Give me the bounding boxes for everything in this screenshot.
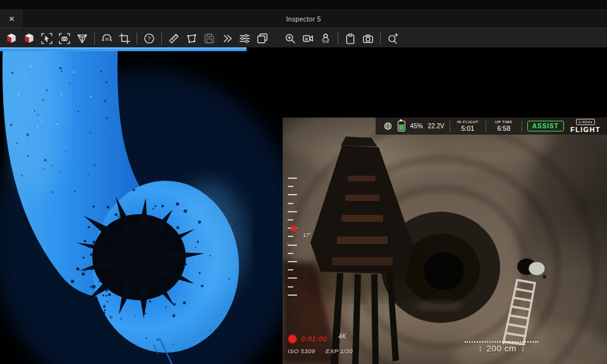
tool-polygon-button[interactable] [184, 31, 199, 46]
hud-divider [522, 121, 522, 132]
tool-record-video-button[interactable]: R [300, 31, 316, 46]
prism-icon [77, 33, 88, 44]
pitch-red-notch [286, 242, 290, 244]
battery-voltage: 22.2V [428, 123, 445, 130]
uptime-label: UP TIME [495, 120, 513, 124]
camera-video-feed[interactable]: 45% 22.2V IN FLIGHT 5:01 UP TIME 6:58 AS… [283, 118, 607, 364]
tool-prism-view-button[interactable] [75, 31, 90, 46]
in-flight-label: IN FLIGHT [457, 120, 479, 124]
capture-camera-icon [59, 33, 70, 44]
tool-select-area-button[interactable] [39, 31, 54, 46]
in-flight-timer: IN FLIGHT 5:01 [455, 120, 481, 132]
toolbar-separator [380, 33, 381, 44]
rgb-sensor-icon: RGB [320, 33, 331, 44]
tool-save-button[interactable] [202, 31, 217, 46]
assist-mode-badge: ASSIST [527, 121, 564, 131]
updown-arrow-icon: ↕ [521, 344, 525, 353]
svg-text:R: R [305, 36, 309, 40]
record-indicator-icon [288, 335, 297, 343]
tool-cube-view-1-button[interactable] [4, 31, 19, 46]
tool-add-waypoint-button[interactable] [385, 31, 400, 46]
record-video-icon: R [302, 33, 314, 44]
tool-help-button[interactable]: ? [142, 31, 157, 46]
select-cursor-icon [41, 33, 52, 44]
camera-icon [362, 33, 374, 44]
tool-take-photo-button[interactable] [360, 31, 376, 46]
tool-cube-view-2-button[interactable] [21, 31, 37, 46]
polygon-icon [186, 33, 197, 44]
chevrons-right-icon [221, 33, 233, 44]
pipe-interior-image [283, 118, 607, 364]
toolbar-separator [338, 33, 338, 44]
tool-adjust-button[interactable] [237, 31, 252, 46]
distance-scale-row: ↕ 200 cm ↕ [465, 344, 538, 353]
tool-crop-button[interactable] [117, 31, 132, 46]
svg-text:RGB: RGB [322, 40, 329, 44]
help-icon: ? [144, 33, 155, 44]
pitch-marker-dot [291, 226, 297, 231]
exposure-label: EXP 1/30 [326, 348, 353, 355]
tool-rotate-3d-button[interactable]: 3D [99, 31, 114, 46]
globe-icon [383, 121, 393, 131]
camera-viewport: 45% 22.2V IN FLIGHT 5:01 UP TIME 6:58 AS… [283, 47, 607, 364]
flight-hud-bar: 45% 22.2V IN FLIGHT 5:01 UP TIME 6:58 AS… [376, 118, 607, 135]
uptime-value: 6:58 [498, 125, 510, 132]
iso-label: ISO 5309 [288, 348, 315, 355]
signal-badge: 2.4GHz [576, 119, 595, 125]
resolution-label: 4K [338, 333, 346, 340]
toolbar-separator [94, 33, 95, 44]
pitch-angle-value: 17° [303, 232, 311, 238]
in-flight-value: 5:01 [462, 125, 474, 132]
updown-arrow-icon: ↕ [478, 344, 482, 353]
window-top-strip [0, 0, 607, 10]
battery-fill [399, 124, 404, 130]
stacked-windows-icon [257, 33, 268, 44]
hud-divider [486, 121, 486, 132]
tool-measure-button[interactable] [166, 31, 181, 46]
distance-scale: ↕ 200 cm ↕ [465, 341, 538, 353]
battery-icon [398, 121, 405, 131]
cube-3d-icon [6, 33, 17, 44]
toolbar: 3D ? [0, 28, 607, 48]
tool-windows-button[interactable] [255, 31, 270, 46]
tool-clipboard-button[interactable] [343, 31, 358, 46]
record-time: 0:01:00 [301, 335, 327, 343]
titlebar: Inspector 5 ✕ [0, 10, 607, 28]
pitch-ruler: 17° [288, 178, 316, 301]
ruler-icon [168, 33, 180, 44]
pointcloud-render [0, 47, 283, 364]
close-icon: ✕ [8, 15, 15, 23]
sliders-icon [239, 33, 250, 44]
clipboard-icon [345, 33, 356, 44]
zoom-in-icon [285, 33, 296, 44]
hud-divider [450, 121, 450, 132]
crop-icon [119, 33, 130, 44]
flight-mode-label: FLIGHT [570, 126, 601, 133]
tool-capture-area-button[interactable] [57, 31, 72, 46]
add-waypoint-icon [387, 33, 398, 44]
cube-3d-icon [23, 33, 35, 44]
rotate-3d-icon: 3D [101, 33, 113, 44]
svg-text:3D: 3D [104, 37, 109, 40]
tool-more-button[interactable] [219, 31, 235, 46]
battery-percent: 45% [410, 123, 423, 130]
close-tab-button[interactable]: ✕ [0, 10, 24, 28]
toolbar-separator [161, 33, 162, 44]
toolbar-separator [137, 33, 137, 44]
app-window: Inspector 5 ✕ [0, 0, 607, 364]
svg-text:?: ? [147, 35, 150, 42]
tool-rgb-sensor-button[interactable]: RGB [318, 31, 333, 46]
pointcloud-viewport[interactable] [0, 47, 283, 364]
uptime-timer: UP TIME 6:58 [491, 120, 517, 132]
save-icon [204, 33, 215, 44]
flight-mode-indicator: 2.4GHz FLIGHT [570, 119, 601, 133]
tool-zoom-in-button[interactable] [283, 31, 298, 46]
window-title: Inspector 5 [0, 10, 607, 28]
distance-scale-value: 200 cm [486, 344, 516, 353]
